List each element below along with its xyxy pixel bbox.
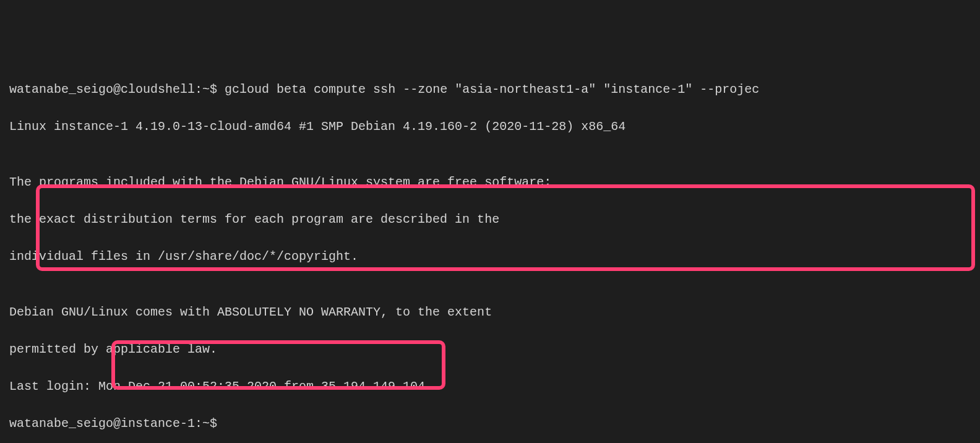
terminal-output: Last login: Mon Dec 21 00:52:35 2020 fro… (9, 377, 971, 396)
terminal-line[interactable]: watanabe_seigo@cloudshell:~$ gcloud beta… (9, 80, 971, 99)
prompt-user: watanabe_seigo@instance-1 (9, 416, 195, 431)
terminal-output: The programs included with the Debian GN… (9, 173, 971, 192)
prompt-path: :~ (195, 416, 210, 431)
command-text: $ gcloud beta compute ssh --zone "asia-n… (210, 82, 759, 97)
prompt-user: watanabe_seigo@cloudshell (9, 82, 195, 97)
prompt-dollar: $ (210, 416, 217, 431)
terminal-prompt[interactable]: watanabe_seigo@instance-1:~$ (9, 415, 971, 433)
terminal-output: individual files in /usr/share/doc/*/cop… (9, 247, 971, 266)
terminal-output: permitted by applicable law. (9, 340, 971, 359)
prompt-path: :~ (195, 82, 210, 97)
terminal-output: Linux instance-1 4.19.0-13-cloud-amd64 #… (9, 118, 971, 136)
terminal-output: the exact distribution terms for each pr… (9, 210, 971, 229)
terminal-output: Debian GNU/Linux comes with ABSOLUTELY N… (9, 303, 971, 322)
